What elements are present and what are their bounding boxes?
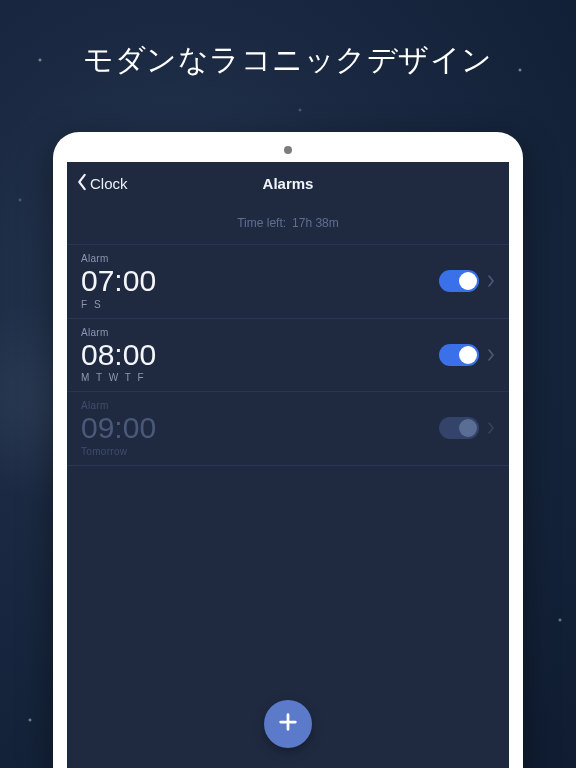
alarm-time: 08:00 — [81, 338, 439, 373]
alarm-text: Alarm 07:00 F S — [81, 253, 439, 310]
alarm-toggle[interactable] — [439, 344, 479, 366]
alarm-list: Alarm 07:00 F S Alarm 08:00 M T W T F — [67, 244, 509, 466]
time-left-value: 17h 38m — [292, 216, 339, 230]
back-button[interactable]: Clock — [75, 162, 128, 205]
nav-bar: Clock Alarms — [67, 162, 509, 206]
alarm-text: Alarm 09:00 Tomorrow — [81, 400, 439, 457]
alarm-row[interactable]: Alarm 08:00 M T W T F — [67, 319, 509, 393]
alarm-repeat: M T W T F — [81, 372, 439, 383]
alarm-repeat: Tomorrow — [81, 446, 439, 457]
tablet-device-frame: Clock Alarms Time left: 17h 38m Alarm 07… — [53, 132, 523, 768]
chevron-right-icon — [487, 349, 495, 361]
chevron-right-icon — [487, 275, 495, 287]
device-camera — [284, 146, 292, 154]
app-screen: Clock Alarms Time left: 17h 38m Alarm 07… — [67, 162, 509, 768]
alarm-repeat: F S — [81, 299, 439, 310]
alarm-label: Alarm — [81, 400, 439, 411]
alarm-row[interactable]: Alarm 09:00 Tomorrow — [67, 392, 509, 466]
alarm-label: Alarm — [81, 327, 439, 338]
alarm-toggle[interactable] — [439, 270, 479, 292]
alarm-toggle[interactable] — [439, 417, 479, 439]
alarm-text: Alarm 08:00 M T W T F — [81, 327, 439, 384]
nav-title: Alarms — [263, 175, 314, 192]
alarm-time: 07:00 — [81, 264, 439, 299]
plus-icon — [277, 711, 299, 737]
chevron-right-icon — [487, 422, 495, 434]
back-label: Clock — [90, 175, 128, 192]
time-left-label: Time left: — [237, 216, 286, 230]
time-left-bar: Time left: 17h 38m — [67, 206, 509, 244]
chevron-left-icon — [75, 173, 89, 194]
alarm-time: 09:00 — [81, 411, 439, 446]
alarm-label: Alarm — [81, 253, 439, 264]
alarm-row[interactable]: Alarm 07:00 F S — [67, 244, 509, 319]
promo-headline: モダンなラコニックデザイン — [0, 0, 576, 81]
add-alarm-button[interactable] — [264, 700, 312, 748]
